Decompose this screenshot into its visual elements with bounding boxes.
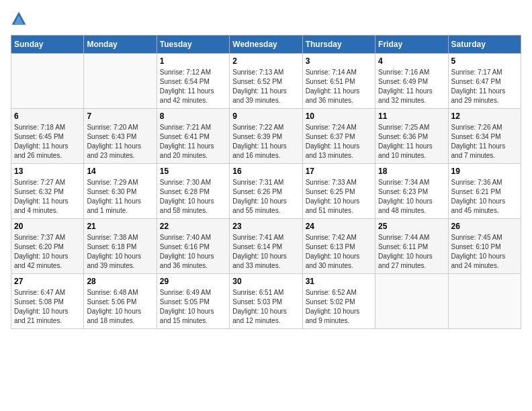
day-number: 2 <box>232 56 299 66</box>
calendar-cell: 29Sunrise: 6:49 AMSunset: 5:05 PMDayligh… <box>157 274 229 329</box>
day-number: 31 <box>306 277 372 286</box>
day-number: 7 <box>87 111 153 121</box>
calendar-cell: 11Sunrise: 7:25 AMSunset: 6:36 PMDayligh… <box>375 109 448 164</box>
calendar-cell: 27Sunrise: 6:47 AMSunset: 5:08 PMDayligh… <box>11 274 84 329</box>
calendar-week-1: 1Sunrise: 7:12 AMSunset: 6:54 PMDaylight… <box>11 54 521 109</box>
day-number: 17 <box>306 167 372 176</box>
calendar-week-4: 20Sunrise: 7:37 AMSunset: 6:20 PMDayligh… <box>11 219 521 274</box>
day-number: 13 <box>14 167 81 176</box>
col-header-friday: Friday <box>375 36 448 54</box>
day-number: 6 <box>14 111 81 121</box>
day-detail: Sunrise: 7:16 AMSunset: 6:49 PMDaylight:… <box>378 68 445 105</box>
day-number: 25 <box>378 222 445 231</box>
day-detail: Sunrise: 7:25 AMSunset: 6:36 PMDaylight:… <box>378 123 445 161</box>
day-detail: Sunrise: 7:27 AMSunset: 6:32 PMDaylight:… <box>14 178 81 216</box>
day-detail: Sunrise: 7:18 AMSunset: 6:45 PMDaylight:… <box>14 123 81 161</box>
logo <box>11 11 30 27</box>
calendar-cell: 28Sunrise: 6:48 AMSunset: 5:06 PMDayligh… <box>84 274 157 329</box>
calendar-cell: 16Sunrise: 7:31 AMSunset: 6:26 PMDayligh… <box>230 164 302 219</box>
calendar-cell: 7Sunrise: 7:20 AMSunset: 6:43 PMDaylight… <box>84 109 157 164</box>
calendar-week-2: 6Sunrise: 7:18 AMSunset: 6:45 PMDaylight… <box>11 109 521 164</box>
calendar-cell: 21Sunrise: 7:38 AMSunset: 6:18 PMDayligh… <box>84 219 157 274</box>
day-detail: Sunrise: 7:13 AMSunset: 6:52 PMDaylight:… <box>232 68 299 105</box>
calendar-cell: 22Sunrise: 7:40 AMSunset: 6:16 PMDayligh… <box>157 219 229 274</box>
day-number: 24 <box>306 222 372 231</box>
day-number: 8 <box>160 111 226 121</box>
day-detail: Sunrise: 7:21 AMSunset: 6:41 PMDaylight:… <box>160 123 226 161</box>
day-number: 12 <box>451 111 518 121</box>
calendar-cell: 24Sunrise: 7:42 AMSunset: 6:13 PMDayligh… <box>302 219 375 274</box>
day-detail: Sunrise: 7:12 AMSunset: 6:54 PMDaylight:… <box>160 68 226 105</box>
calendar-cell <box>375 274 448 329</box>
calendar-cell: 15Sunrise: 7:30 AMSunset: 6:28 PMDayligh… <box>157 164 229 219</box>
day-number: 15 <box>160 167 226 176</box>
calendar-cell: 2Sunrise: 7:13 AMSunset: 6:52 PMDaylight… <box>230 54 302 109</box>
page-header <box>11 11 521 27</box>
calendar-cell: 26Sunrise: 7:45 AMSunset: 6:10 PMDayligh… <box>448 219 521 274</box>
day-detail: Sunrise: 7:33 AMSunset: 6:25 PMDaylight:… <box>306 178 372 216</box>
col-header-tuesday: Tuesday <box>157 36 229 54</box>
calendar-header-row: SundayMondayTuesdayWednesdayThursdayFrid… <box>11 36 521 54</box>
day-detail: Sunrise: 7:24 AMSunset: 6:37 PMDaylight:… <box>306 123 372 161</box>
calendar-cell: 13Sunrise: 7:27 AMSunset: 6:32 PMDayligh… <box>11 164 84 219</box>
day-number: 20 <box>14 222 81 231</box>
day-detail: Sunrise: 7:40 AMSunset: 6:16 PMDaylight:… <box>160 233 226 271</box>
day-detail: Sunrise: 6:51 AMSunset: 5:03 PMDaylight:… <box>232 288 299 326</box>
calendar-week-3: 13Sunrise: 7:27 AMSunset: 6:32 PMDayligh… <box>11 164 521 219</box>
day-number: 29 <box>160 277 226 286</box>
day-number: 18 <box>378 167 445 176</box>
day-detail: Sunrise: 7:30 AMSunset: 6:28 PMDaylight:… <box>160 178 226 216</box>
calendar-cell: 30Sunrise: 6:51 AMSunset: 5:03 PMDayligh… <box>230 274 302 329</box>
col-header-monday: Monday <box>84 36 157 54</box>
day-detail: Sunrise: 7:37 AMSunset: 6:20 PMDaylight:… <box>14 233 81 271</box>
day-number: 4 <box>378 56 445 66</box>
day-detail: Sunrise: 7:14 AMSunset: 6:51 PMDaylight:… <box>306 68 372 105</box>
calendar-cell: 17Sunrise: 7:33 AMSunset: 6:25 PMDayligh… <box>302 164 375 219</box>
calendar-cell: 5Sunrise: 7:17 AMSunset: 6:47 PMDaylight… <box>448 54 521 109</box>
col-header-sunday: Sunday <box>11 36 84 54</box>
day-detail: Sunrise: 6:48 AMSunset: 5:06 PMDaylight:… <box>87 288 153 326</box>
calendar-cell: 14Sunrise: 7:29 AMSunset: 6:30 PMDayligh… <box>84 164 157 219</box>
day-detail: Sunrise: 7:29 AMSunset: 6:30 PMDaylight:… <box>87 178 153 216</box>
calendar-cell: 8Sunrise: 7:21 AMSunset: 6:41 PMDaylight… <box>157 109 229 164</box>
day-number: 27 <box>14 277 81 286</box>
col-header-wednesday: Wednesday <box>230 36 302 54</box>
day-detail: Sunrise: 7:31 AMSunset: 6:26 PMDaylight:… <box>232 178 299 216</box>
calendar-week-5: 27Sunrise: 6:47 AMSunset: 5:08 PMDayligh… <box>11 274 521 329</box>
calendar-cell: 6Sunrise: 7:18 AMSunset: 6:45 PMDaylight… <box>11 109 84 164</box>
calendar-cell: 25Sunrise: 7:44 AMSunset: 6:11 PMDayligh… <box>375 219 448 274</box>
day-number: 10 <box>306 111 372 121</box>
calendar-cell: 3Sunrise: 7:14 AMSunset: 6:51 PMDaylight… <box>302 54 375 109</box>
day-detail: Sunrise: 6:49 AMSunset: 5:05 PMDaylight:… <box>160 288 226 326</box>
calendar-cell: 12Sunrise: 7:26 AMSunset: 6:34 PMDayligh… <box>448 109 521 164</box>
day-detail: Sunrise: 7:45 AMSunset: 6:10 PMDaylight:… <box>451 233 518 271</box>
day-number: 3 <box>306 56 372 66</box>
day-number: 9 <box>232 111 299 121</box>
day-number: 19 <box>451 167 518 176</box>
day-detail: Sunrise: 7:44 AMSunset: 6:11 PMDaylight:… <box>378 233 445 271</box>
day-detail: Sunrise: 6:52 AMSunset: 5:02 PMDaylight:… <box>306 288 372 326</box>
day-number: 14 <box>87 167 153 176</box>
day-number: 28 <box>87 277 153 286</box>
calendar-cell: 18Sunrise: 7:34 AMSunset: 6:23 PMDayligh… <box>375 164 448 219</box>
calendar-cell <box>11 54 84 109</box>
day-detail: Sunrise: 6:47 AMSunset: 5:08 PMDaylight:… <box>14 288 81 326</box>
calendar-cell: 9Sunrise: 7:22 AMSunset: 6:39 PMDaylight… <box>230 109 302 164</box>
day-number: 16 <box>232 167 299 176</box>
day-detail: Sunrise: 7:41 AMSunset: 6:14 PMDaylight:… <box>232 233 299 271</box>
calendar-cell: 10Sunrise: 7:24 AMSunset: 6:37 PMDayligh… <box>302 109 375 164</box>
day-detail: Sunrise: 7:20 AMSunset: 6:43 PMDaylight:… <box>87 123 153 161</box>
col-header-saturday: Saturday <box>448 36 521 54</box>
day-detail: Sunrise: 7:42 AMSunset: 6:13 PMDaylight:… <box>306 233 372 271</box>
day-detail: Sunrise: 7:26 AMSunset: 6:34 PMDaylight:… <box>451 123 518 161</box>
day-detail: Sunrise: 7:38 AMSunset: 6:18 PMDaylight:… <box>87 233 153 271</box>
day-number: 1 <box>160 56 226 66</box>
day-number: 26 <box>451 222 518 231</box>
day-number: 5 <box>451 56 518 66</box>
calendar-cell: 23Sunrise: 7:41 AMSunset: 6:14 PMDayligh… <box>230 219 302 274</box>
day-detail: Sunrise: 7:34 AMSunset: 6:23 PMDaylight:… <box>378 178 445 216</box>
col-header-thursday: Thursday <box>302 36 375 54</box>
calendar-cell: 20Sunrise: 7:37 AMSunset: 6:20 PMDayligh… <box>11 219 84 274</box>
day-number: 11 <box>378 111 445 121</box>
calendar-cell <box>448 274 521 329</box>
